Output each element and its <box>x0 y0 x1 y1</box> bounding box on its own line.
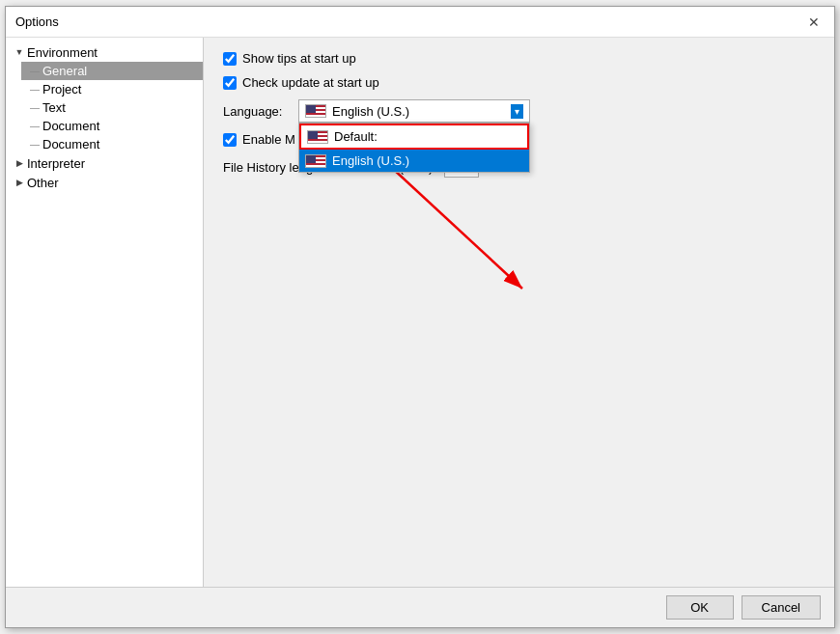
check-update-text: Check update at start up <box>242 75 379 90</box>
dot-icon: — <box>27 84 42 95</box>
dot-icon: — <box>27 121 42 131</box>
show-tips-checkbox[interactable] <box>223 52 237 66</box>
environment-children: — General — Project — Text — Document — <box>6 62 203 153</box>
flag-icon-english <box>305 154 326 168</box>
show-tips-text: Show tips at start up <box>242 51 356 66</box>
sidebar-item-label: Project <box>42 82 197 96</box>
flag-icon-default <box>307 130 328 144</box>
show-tips-row: Show tips at start up <box>223 51 815 66</box>
check-update-label[interactable]: Check update at start up <box>223 75 379 90</box>
options-dialog: Options ✕ ▼ Environment — General — Proj… <box>5 6 835 628</box>
language-select-button[interactable]: English (U.S.) ▾ <box>298 99 530 123</box>
sidebar-item-label: Other <box>27 176 197 190</box>
sidebar-item-interpreter[interactable]: ▶ Interpreter <box>6 153 203 173</box>
dot-icon: — <box>27 66 42 76</box>
dot-icon: — <box>27 139 42 150</box>
language-select-container: English (U.S.) ▾ <box>298 99 530 123</box>
check-update-checkbox[interactable] <box>223 76 237 90</box>
show-tips-label[interactable]: Show tips at start up <box>223 51 356 66</box>
dropdown-arrow-icon: ▾ <box>511 104 523 119</box>
dialog-title: Options <box>15 14 59 29</box>
dropdown-item-label: Default: <box>334 129 378 144</box>
sidebar: ▼ Environment — General — Project — Text… <box>6 38 204 587</box>
select-btn-content: English (U.S.) <box>305 104 409 119</box>
dropdown-item-english-us[interactable]: English (U.S.) <box>299 150 529 172</box>
language-row: Language: English (U.S. <box>223 99 815 123</box>
sidebar-item-fonts-colors[interactable]: — Document <box>21 135 203 153</box>
sidebar-item-label: Document <box>42 119 197 133</box>
dialog-body: ▼ Environment — General — Project — Text… <box>6 38 834 587</box>
dot-icon: — <box>27 102 42 113</box>
close-button[interactable]: ✕ <box>803 13 825 32</box>
language-dropdown-menu: Default: English (U.S.) <box>298 123 530 173</box>
sidebar-item-other[interactable]: ▶ Other <box>6 173 203 192</box>
sidebar-item-label: General <box>42 64 197 78</box>
sidebar-item-general[interactable]: — General <box>21 62 203 80</box>
check-update-row: Check update at start up <box>223 75 815 90</box>
sidebar-item-label: Document <box>42 137 197 152</box>
expand-icon: ▶ <box>12 155 27 171</box>
cancel-button[interactable]: Cancel <box>742 595 821 620</box>
language-label: Language: <box>223 104 291 119</box>
sidebar-item-label: Environment <box>27 45 197 60</box>
sidebar-item-text[interactable]: — Text <box>21 98 203 117</box>
sidebar-item-environment[interactable]: ▼ Environment <box>6 42 203 62</box>
enable-m-label[interactable]: Enable M <box>223 132 295 147</box>
dropdown-item-label: English (U.S.) <box>332 153 409 168</box>
title-bar: Options ✕ <box>6 7 834 38</box>
sidebar-item-document[interactable]: — Document <box>21 117 203 135</box>
sidebar-item-label: Text <box>42 100 197 115</box>
enable-m-text: Enable M <box>242 132 295 147</box>
enable-m-checkbox[interactable] <box>223 133 237 147</box>
sidebar-item-label: Interpreter <box>27 156 197 171</box>
ok-button[interactable]: OK <box>666 595 734 620</box>
dialog-footer: OK Cancel <box>6 587 834 627</box>
flag-icon <box>305 104 326 118</box>
content-area: Show tips at start up Check update at st… <box>204 38 834 587</box>
expand-icon: ▶ <box>12 175 27 190</box>
selected-language-text: English (U.S.) <box>332 104 409 119</box>
dropdown-item-default[interactable]: Default: <box>299 124 529 150</box>
sidebar-item-project[interactable]: — Project <box>21 80 203 98</box>
expand-icon: ▼ <box>12 44 27 60</box>
